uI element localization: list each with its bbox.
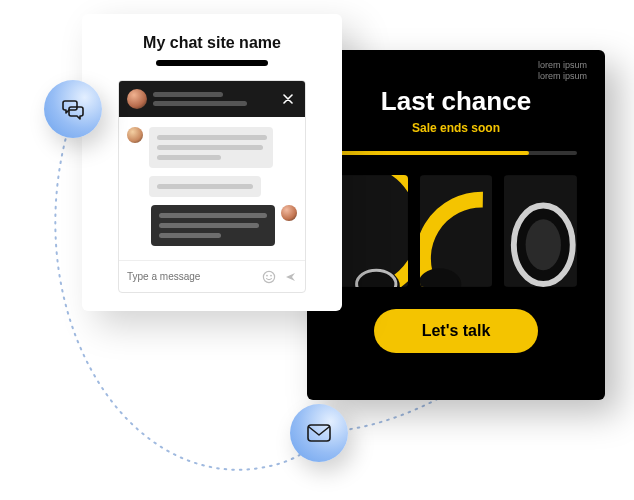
chat-header [119, 81, 305, 117]
chat-text-input[interactable] [127, 271, 254, 282]
title-underline [156, 60, 268, 66]
svg-rect-12 [308, 425, 330, 441]
promo-subtitle: Sale ends soon [335, 121, 577, 135]
product-image [504, 175, 577, 287]
send-icon[interactable] [284, 270, 298, 284]
message-row-incoming [149, 176, 297, 197]
promo-progress-track [335, 151, 577, 155]
promo-progress-fill [335, 151, 529, 155]
product-image [335, 175, 408, 287]
avatar [127, 127, 143, 143]
emoji-icon[interactable] [262, 270, 276, 284]
placeholder-line [159, 213, 267, 218]
placeholder-line [153, 92, 223, 97]
placeholder-line [157, 145, 263, 150]
placeholder-line [157, 155, 221, 160]
promo-title: Last chance [335, 86, 577, 117]
chat-card: My chat site name [82, 14, 342, 311]
placeholder-line [153, 101, 247, 106]
chat-site-title: My chat site name [82, 34, 342, 52]
avatar [281, 205, 297, 221]
svg-point-11 [270, 274, 272, 276]
header-text-placeholder [153, 92, 273, 106]
placeholder-line [157, 135, 267, 140]
cta-button[interactable]: Let's talk [374, 309, 538, 353]
chat-icon [60, 96, 86, 122]
message-bubble [149, 176, 261, 197]
mail-badge[interactable] [290, 404, 348, 462]
message-row-incoming [127, 127, 297, 168]
chat-badge[interactable] [44, 80, 102, 138]
promo-meta-line: lorem ipsum [538, 60, 587, 71]
promo-card: lorem ipsum lorem ipsum Last chance Sale… [307, 50, 605, 400]
chat-input-bar [119, 260, 305, 292]
message-bubble [151, 205, 275, 246]
placeholder-line [157, 184, 253, 189]
promo-meta: lorem ipsum lorem ipsum [538, 60, 587, 83]
promo-meta-line: lorem ipsum [538, 71, 587, 82]
chat-widget [118, 80, 306, 293]
chat-body [119, 117, 305, 260]
svg-point-9 [263, 271, 274, 282]
avatar [127, 89, 147, 109]
placeholder-line [159, 223, 259, 228]
placeholder-line [159, 233, 221, 238]
svg-point-8 [526, 219, 561, 270]
close-icon[interactable] [279, 90, 297, 108]
message-bubble [149, 127, 273, 168]
svg-point-10 [266, 274, 268, 276]
mail-icon [306, 423, 332, 443]
message-row-outgoing [127, 205, 297, 246]
product-image [420, 175, 493, 287]
promo-image-row [335, 175, 577, 287]
